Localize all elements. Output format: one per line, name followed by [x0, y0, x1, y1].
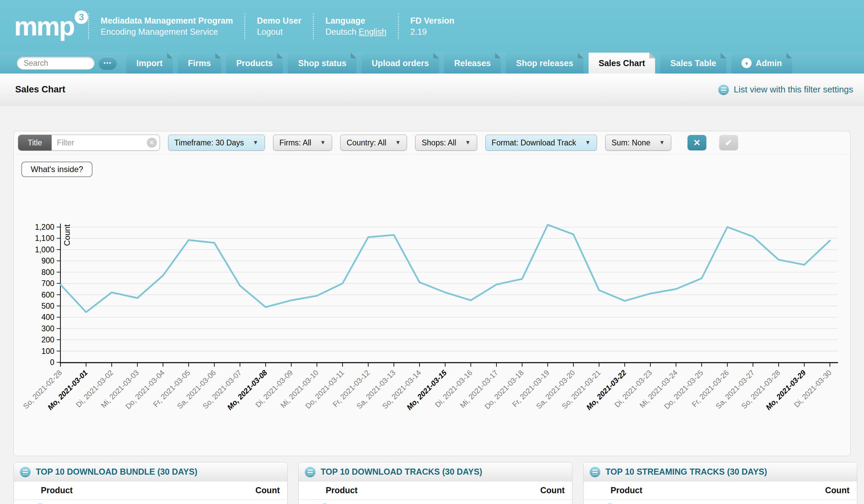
reset-filter-button[interactable]: ✕: [687, 135, 706, 150]
table-row: 12020501: [299, 500, 572, 504]
tab-label: Sales Chart: [599, 58, 645, 68]
y-axis-tick-label: 100: [41, 347, 54, 356]
y-axis-tick-label: 500: [41, 302, 54, 310]
top10-card-title: TOP 10 DOWNLOAD TRACKS (30 DAYS): [321, 467, 482, 477]
filter-toolbar: Title ✕ Timeframe: 30 Days▼Firms: All▼Co…: [14, 131, 850, 155]
sales-line-chart: 01002003004005006007008009001,0001,1001,…: [14, 155, 850, 456]
app-name-block: Mediadata Management Program Encoding Ma…: [88, 13, 244, 39]
app-header: mmp 3 Mediadata Management Program Encod…: [0, 0, 864, 53]
column-header-count: Count: [255, 485, 280, 495]
clear-filter-icon[interactable]: ✕: [147, 138, 157, 148]
dropdown-shops[interactable]: Shops: All▼: [415, 135, 477, 151]
chevron-down-icon: ▼: [585, 139, 591, 146]
apply-filter-button[interactable]: ✔: [719, 135, 738, 150]
user-name: Demo User: [257, 15, 301, 26]
title-bar: Sales Chart List view with this filter s…: [0, 74, 864, 106]
tab-upload-orders[interactable]: Upload orders: [361, 53, 439, 74]
list-view-link[interactable]: List view with this filter settings: [718, 84, 853, 95]
y-axis-tick-label: 200: [41, 335, 54, 344]
tab-label: Import: [136, 58, 163, 68]
tab-label: Products: [236, 58, 273, 68]
language-english-link[interactable]: English: [359, 27, 386, 36]
tab-fold-corner: [351, 53, 357, 58]
sales-data-line: [60, 225, 830, 312]
table-column-headers: ProductCount: [14, 481, 287, 500]
search-area: •••: [17, 57, 117, 70]
tab-label: Releases: [454, 58, 491, 68]
list-icon: [20, 467, 31, 477]
column-header-product: Product: [611, 485, 642, 495]
version-value: 2.19: [410, 26, 455, 37]
tab-label: Shop releases: [516, 58, 573, 68]
list-icon: [305, 467, 315, 477]
language-label: Language: [325, 15, 386, 26]
top10-card-header: TOP 10 DOWNLOAD TRACKS (30 DAYS): [299, 463, 572, 481]
top10-card-header: TOP 10 DOWNLOAD BUNDLE (30 DAYS): [14, 463, 287, 481]
logo-sup: 3: [75, 11, 88, 24]
dropdown-format[interactable]: Format: Download Track▼: [485, 135, 597, 151]
tab-fold-corner: [787, 53, 792, 58]
top10-tables: TOP 10 DOWNLOAD BUNDLE (30 DAYS)ProductC…: [13, 462, 857, 504]
tab-shop-releases[interactable]: Shop releases: [506, 53, 584, 74]
version-block: FD Version 2.19: [398, 13, 466, 39]
language-deutsch-link[interactable]: Deutsch: [325, 27, 357, 36]
language-block: Language Deutsch English: [313, 13, 398, 39]
filter-dropdowns: Timeframe: 30 Days▼Firms: All▼Country: A…: [168, 135, 671, 151]
y-axis-tick-label: 1,000: [35, 245, 54, 254]
chevron-down-icon: ▼: [465, 139, 471, 146]
tab-fold-corner: [721, 53, 726, 58]
dropdown-country[interactable]: Country: All▼: [340, 135, 407, 151]
app-name-line2: Encoding Management Service: [100, 26, 233, 37]
version-label: FD Version: [410, 15, 455, 26]
tab-firms[interactable]: Firms: [178, 53, 221, 74]
chevron-down-icon: ▼: [659, 139, 665, 146]
chevron-down-icon: ▼: [395, 139, 401, 146]
dropdown-value: Timeframe: 30 Days: [175, 138, 244, 147]
top10-card-header: TOP 10 STREAMING TRACKS (30 DAYS): [584, 463, 857, 481]
tab-import[interactable]: Import: [126, 53, 173, 74]
table-column-headers: ProductCount: [584, 481, 857, 500]
dropdown-timeframe[interactable]: Timeframe: 30 Days▼: [168, 135, 265, 151]
tab-fold-corner: [215, 53, 221, 58]
column-header-product: Product: [41, 485, 73, 495]
top10-card-title: TOP 10 STREAMING TRACKS (30 DAYS): [605, 467, 767, 477]
search-more-button[interactable]: •••: [98, 57, 117, 70]
y-axis-tick-label: 300: [41, 324, 54, 333]
filter-field-button[interactable]: Title: [18, 135, 52, 150]
list-icon: [590, 467, 600, 477]
y-axis-tick-label: 600: [41, 291, 54, 299]
tab-fold-corner: [277, 53, 283, 58]
dropdown-sum[interactable]: Sum: None▼: [605, 135, 671, 151]
dropdown-value: Firms: All: [279, 138, 312, 147]
app-name-line1: Mediadata Management Program: [100, 15, 233, 26]
chevron-down-icon: ▼: [320, 139, 326, 146]
tab-releases[interactable]: Releases: [444, 53, 501, 74]
title-filter-group: Title ✕: [18, 135, 160, 151]
top10-card-top-10-download-bundle-30-days: TOP 10 DOWNLOAD BUNDLE (30 DAYS)ProductC…: [13, 462, 288, 504]
dropdown-value: Country: All: [347, 138, 386, 147]
y-axis-tick-label: 900: [41, 256, 54, 265]
tab-sales-table[interactable]: Sales Table: [660, 53, 726, 74]
dropdown-value: Format: Download Track: [492, 138, 576, 147]
dropdown-firms[interactable]: Firms: All▼: [273, 135, 332, 151]
logo-text: mmp: [14, 13, 74, 39]
chevron-down-icon: ▼: [253, 139, 259, 146]
tab-admin[interactable]: Admin: [731, 53, 792, 74]
logout-link[interactable]: Logout: [257, 27, 283, 36]
tab-label: Firms: [188, 58, 211, 68]
filter-input[interactable]: [52, 135, 147, 150]
tab-shop-status[interactable]: Shop status: [288, 53, 357, 74]
tab-sales-chart[interactable]: Sales Chart: [589, 53, 656, 74]
y-axis-tick-label: 1,200: [35, 223, 54, 231]
search-input[interactable]: [17, 57, 95, 70]
y-axis-tick-label: 400: [41, 313, 54, 321]
y-axis-tick-label: 700: [41, 279, 54, 288]
page-title: Sales Chart: [15, 84, 65, 95]
tab-fold-corner: [649, 53, 655, 58]
screen: mmp 3 Mediadata Management Program Encod…: [0, 0, 864, 504]
column-header-count: Count: [825, 485, 850, 495]
top10-card-title: TOP 10 DOWNLOAD BUNDLE (30 DAYS): [36, 467, 197, 477]
dropdown-value: Shops: All: [421, 138, 456, 147]
top10-card-top-10-streaming-tracks-30-days: TOP 10 STREAMING TRACKS (30 DAYS)Product…: [583, 462, 857, 504]
tab-products[interactable]: Products: [226, 53, 283, 74]
